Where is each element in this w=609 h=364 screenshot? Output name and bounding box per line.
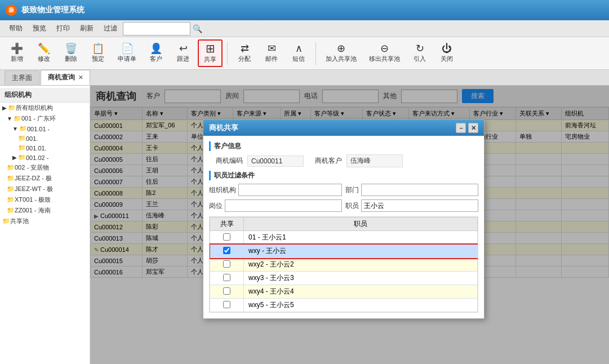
tree-shared-pool[interactable]: 📁 共享池 [0,216,90,227]
tree-002-icon: 📁 [7,164,15,171]
dialog-title-bar: 商机共享 － ✕ [203,120,484,136]
filter-dept: 部门 [345,184,478,196]
share-checkbox-cell [210,258,244,272]
tree-001-sub2[interactable]: 📁 001.01. [0,143,90,153]
tree-001-02-icon: 📁 [18,154,26,161]
btn-share[interactable]: ⊞ 共享 [198,39,223,67]
tree-001-02[interactable]: ▶ 📁 001.02 - [0,153,90,162]
btn-mail-label: 邮件 [265,55,278,63]
tree-jeez-dz[interactable]: 📁 JEEZ-DZ - 极 [0,173,90,184]
menu-search-input[interactable] [123,22,190,35]
share-checkbox[interactable] [223,301,230,308]
tree-expand-icon: ▶ [2,105,7,111]
btn-close[interactable]: ⏻ 关闭 [434,41,459,66]
share-employee-cell: wxy - 王小云 [244,245,478,258]
tree-001-01-label: 001.01 - [27,126,50,132]
dialog-controls: － ✕ [456,123,478,133]
share-checkbox[interactable] [223,287,230,295]
btn-remove-pool[interactable]: ⊖ 移出共享池 [364,41,405,66]
tree-001-label: 001 - 广东环 [21,114,56,123]
tab-query[interactable]: 商机查询 ✕ [41,70,90,85]
section-customer-info: 客户信息 [209,141,478,151]
share-checkbox-cell [210,231,244,245]
btn-sms[interactable]: ∧ 短信 [286,41,311,66]
btn-follow[interactable]: ↩ 跟进 [171,41,195,66]
btn-import[interactable]: ↻ 引入 [407,41,432,66]
tree-all-orgs[interactable]: ▶ 📁 所有组织机构 [0,103,90,113]
btn-new-label: 新增 [11,55,23,63]
btn-delete[interactable]: 🗑️ 删除 [59,41,83,66]
menu-refresh[interactable]: 刷新 [75,21,98,35]
menu-help[interactable]: 帮助 [5,21,27,35]
tree-jeez-wt[interactable]: 📁 JEEZ-WT - 极 [0,184,90,194]
dialog-minimize[interactable]: － [456,123,466,133]
btn-reserve-label: 预定 [92,55,104,63]
share-checkbox[interactable] [223,274,230,281]
btn-assign[interactable]: ⇄ 分配 [232,41,257,66]
edit-icon: ✏️ [38,43,50,54]
tree-zz001[interactable]: 📁 ZZ001 - 海南 [0,205,90,216]
new-icon: ➕ [11,43,23,54]
main-layout: 组织机构 ▶ 📁 所有组织机构 ▼ 📁 001 - 广东环 ▼ 📁 001.01… [0,86,609,364]
btn-new[interactable]: ➕ 新增 [5,41,29,66]
btn-reserve[interactable]: 📋 预定 [86,41,110,66]
btn-apply[interactable]: 📄 申请单 [113,41,141,66]
tree-jeez-dz-icon: 📁 [7,175,15,182]
tree-sub2-icon: 📁 [18,144,26,152]
tree-001-01[interactable]: ▼ 📁 001.01 - [0,124,90,134]
tree-xt001[interactable]: 📁 XT001 - 极致 [0,194,90,205]
share-employee-cell: wxy4 - 王小云4 [244,285,478,299]
menu-filter[interactable]: 过滤 [99,21,122,35]
biz-code-label: 商机编码 [209,156,243,166]
dialog-close[interactable]: ✕ [468,123,478,133]
btn-add-pool[interactable]: ⊕ 加入共享池 [321,41,362,66]
btn-mail[interactable]: ✉ 邮件 [259,41,284,66]
filter-org-input[interactable] [238,184,342,196]
share-employee-cell: wxy5 - 王小云5 [244,299,478,312]
tree-xt001-label: XT001 - 极致 [15,196,51,204]
share-employee-cell: wxy3 - 王小云3 [244,272,478,285]
share-checkbox[interactable] [223,233,230,241]
tab-main[interactable]: 主界面 [5,70,39,85]
tree-xt001-icon: 📁 [7,196,15,203]
filter-position-input[interactable] [225,199,342,212]
share-checkbox-cell [210,299,244,312]
filter-employee-input[interactable] [361,199,478,212]
delete-icon: 🗑️ [65,43,77,54]
share-checkbox[interactable] [223,247,230,254]
menu-print[interactable]: 打印 [52,21,74,35]
toolbar-separator-2 [315,42,316,65]
filter-dept-input[interactable] [361,184,478,196]
customer-icon: 👤 [150,43,162,54]
tree-jeez-wt-icon: 📁 [7,185,15,193]
share-checkbox[interactable] [223,260,230,268]
tree-shared-pool-label: 共享池 [10,217,29,225]
btn-customer[interactable]: 👤 客户 [144,41,168,66]
share-employee-cell: wxy2 - 王小云2 [244,258,478,272]
dialog-body: 客户信息 商机编码 Cu000011 商机客户 伍海峰 职员过滤条件 组织机构 … [203,136,484,318]
tree-001-sub1[interactable]: 📁 001. [0,134,90,143]
remove-pool-icon: ⊖ [380,43,389,54]
tree-sub1-label: 001. [26,135,38,142]
tree-001-02-label: 001.02 - [26,154,48,161]
tree-002[interactable]: 📁 002 - 安居物 [0,162,90,173]
filter-position: 岗位 [209,199,342,212]
btn-edit[interactable]: ✏️ 修改 [32,41,56,66]
tree-zz001-icon: 📁 [7,207,15,214]
section-filter: 职员过滤条件 [209,171,478,180]
btn-assign-label: 分配 [238,55,251,63]
filter-employee-label: 职员 [345,201,359,211]
follow-icon: ↩ [179,43,188,54]
menu-search-icon[interactable]: 🔍 [193,24,202,33]
tab-query-close[interactable]: ✕ [78,74,83,81]
menu-preview[interactable]: 预览 [28,21,51,35]
tree-001[interactable]: ▼ 📁 001 - 广东环 [0,113,90,124]
btn-remove-pool-label: 移出共享池 [369,55,400,63]
tree-001-01-expand: ▼ [12,126,18,132]
share-col-employee: 职员 [244,217,478,231]
btn-customer-label: 客户 [150,55,162,63]
tree-002-label: 002 - 安居物 [15,163,49,172]
title-bar: 极 极致物业管理系统 [0,0,609,20]
app-icon: 极 [6,5,17,16]
btn-import-label: 引入 [414,55,426,63]
